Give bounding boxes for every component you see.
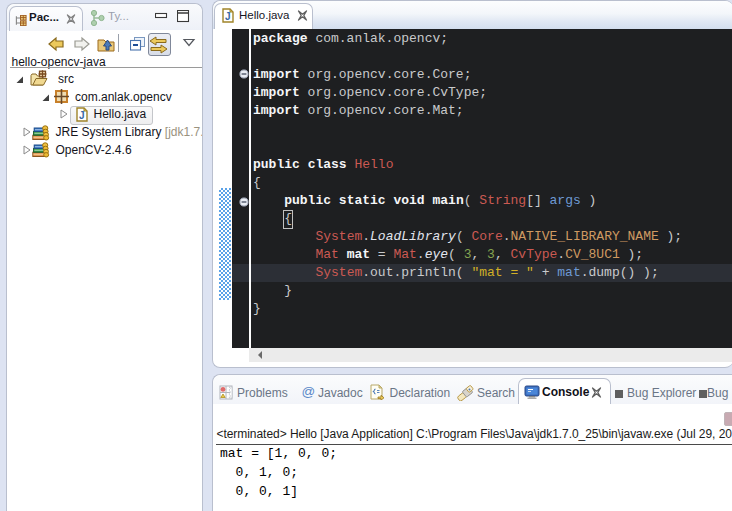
svg-text:J: J	[225, 11, 231, 22]
svg-text:J: J	[79, 110, 85, 121]
